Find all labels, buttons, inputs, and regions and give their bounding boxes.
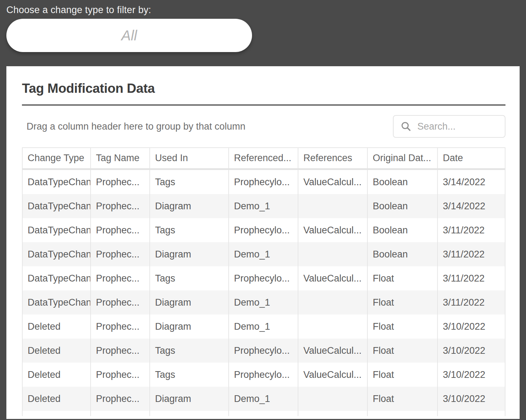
table-cell: Prophec... xyxy=(91,387,150,411)
filter-label: Choose a change type to filter by: xyxy=(6,5,526,16)
table-cell: Boolean xyxy=(368,170,438,194)
table-cell xyxy=(298,314,368,339)
table-cell: 3/14/2022 xyxy=(438,194,505,218)
table-cell xyxy=(22,411,91,416)
search-icon xyxy=(401,121,411,132)
table-cell: 3/11/2022 xyxy=(438,290,505,314)
table-row[interactable]: DeletedProphec...TagsProphecylo...ValueC… xyxy=(22,363,505,387)
column-header[interactable]: Tag Name xyxy=(91,148,150,168)
search-input[interactable]: Search... xyxy=(417,121,456,132)
table-cell: Float xyxy=(368,339,438,363)
table-cell: Diagram xyxy=(150,242,229,266)
table-cell: DataTypeChanged xyxy=(22,242,91,266)
table-cell: DataTypeChanged xyxy=(22,290,91,314)
table-row[interactable]: DataTypeChangedProphec...TagsProphecylo.… xyxy=(22,170,505,194)
table-cell: Demo_1 xyxy=(229,387,298,411)
table-cell: Prophecylo... xyxy=(229,266,298,290)
table-cell xyxy=(298,194,368,218)
table-header-row: Change TypeTag NameUsed InReferenced...R… xyxy=(22,147,505,170)
table-row[interactable]: DataTypeChangedProphec...DiagramDemo_1Fl… xyxy=(22,290,505,314)
table-cell: Diagram xyxy=(150,290,229,314)
table-cell: Prophecylo... xyxy=(229,170,298,194)
table-cell: Prophecylo... xyxy=(229,339,298,363)
table-cell: ValueCalcul... xyxy=(298,339,368,363)
panel-title: Tag Modification Data xyxy=(22,66,505,96)
table-row[interactable]: DataTypeChangedProphec...DiagramDemo_1Bo… xyxy=(22,194,505,218)
table-cell: Prophec... xyxy=(91,242,150,266)
title-divider xyxy=(22,104,505,106)
table-row[interactable]: DeletedProphec...DiagramDemo_1Float3/10/… xyxy=(22,387,505,411)
table-cell: Demo_1 xyxy=(229,242,298,266)
table-cell: ValueCalcul... xyxy=(298,218,368,242)
table-cell: Demo_1 xyxy=(229,290,298,314)
table-cell: DataTypeChanged xyxy=(22,170,91,194)
table-row[interactable]: DataTypeChangedProphec...TagsProphecylo.… xyxy=(22,266,505,290)
table-cell: Prophecylo... xyxy=(229,218,298,242)
table-cell xyxy=(298,242,368,266)
table-cell: Deleted xyxy=(22,339,91,363)
table-row[interactable]: DeletedProphec...TagsProphecylo...ValueC… xyxy=(22,339,505,363)
table-cell xyxy=(150,411,229,416)
tag-modification-panel: Tag Modification Data Drag a column head… xyxy=(6,66,520,419)
table-cell: Diagram xyxy=(150,314,229,339)
table-cell: ValueCalcul... xyxy=(298,170,368,194)
table-cell: Deleted xyxy=(22,314,91,339)
table-cell: Tags xyxy=(150,170,229,194)
table-cell: Prophec... xyxy=(91,363,150,387)
table-cell: Boolean xyxy=(368,218,438,242)
table-cell: ValueCalcul... xyxy=(298,363,368,387)
table-cell: Float xyxy=(368,363,438,387)
table-cell xyxy=(229,411,298,416)
column-header[interactable]: Change Type xyxy=(22,148,91,168)
table-cell: Prophec... xyxy=(91,170,150,194)
table-cell: Prophec... xyxy=(91,218,150,242)
table-cell: Diagram xyxy=(150,387,229,411)
table-cell: ValueCalcul... xyxy=(298,266,368,290)
column-header[interactable]: Referenced... xyxy=(229,148,298,168)
column-header[interactable]: Original Dat... xyxy=(368,148,438,168)
table-cell: Tags xyxy=(150,218,229,242)
table-row[interactable]: DataTypeChangedProphec...TagsProphecylo.… xyxy=(22,218,505,242)
table-cell: 3/11/2022 xyxy=(438,218,505,242)
table-cell: 3/10/2022 xyxy=(438,314,505,339)
column-header[interactable]: Date xyxy=(438,148,505,168)
table-cell: Demo_1 xyxy=(229,314,298,339)
table-cell: 3/11/2022 xyxy=(438,242,505,266)
table-row[interactable]: DeletedProphec...DiagramDemo_1Float3/10/… xyxy=(22,314,505,339)
table-cell: Float xyxy=(368,387,438,411)
table-cell: Diagram xyxy=(150,194,229,218)
table-cell: 3/11/2022 xyxy=(438,266,505,290)
table-cell: Prophec... xyxy=(91,194,150,218)
table-cell: DataTypeChanged xyxy=(22,266,91,290)
table-cell xyxy=(91,411,150,416)
table-cell: Prophecylo... xyxy=(229,363,298,387)
group-by-drop-area[interactable]: Drag a column header here to group by th… xyxy=(22,121,245,132)
table-cell: Float xyxy=(368,266,438,290)
table-cell: Tags xyxy=(150,363,229,387)
table-cell: Prophec... xyxy=(91,266,150,290)
table-cell: Float xyxy=(368,290,438,314)
column-header[interactable]: References xyxy=(298,148,368,168)
column-header[interactable]: Used In xyxy=(150,148,229,168)
search-box[interactable]: Search... xyxy=(393,115,505,138)
table-cell: Float xyxy=(368,314,438,339)
table-cell xyxy=(438,411,505,416)
table-cell: 3/10/2022 xyxy=(438,363,505,387)
change-type-dropdown[interactable] xyxy=(6,19,252,52)
table-cell: DataTypeChanged xyxy=(22,194,91,218)
table-body: DataTypeChangedProphec...TagsProphecylo.… xyxy=(22,170,505,416)
grid-toolbar: Drag a column header here to group by th… xyxy=(22,115,505,138)
table-cell xyxy=(298,387,368,411)
table-row[interactable]: DataTypeChangedProphec...DiagramDemo_1Bo… xyxy=(22,242,505,266)
table-cell: Deleted xyxy=(22,363,91,387)
table-cell: Prophec... xyxy=(91,314,150,339)
table-row-partial[interactable] xyxy=(22,411,505,416)
filter-section: Choose a change type to filter by: xyxy=(0,0,526,52)
table-cell: Tags xyxy=(150,266,229,290)
table-cell: Boolean xyxy=(368,242,438,266)
table-cell xyxy=(298,290,368,314)
table-cell: Prophec... xyxy=(91,290,150,314)
table-cell: 3/10/2022 xyxy=(438,339,505,363)
table-cell: Tags xyxy=(150,339,229,363)
change-type-dropdown-input[interactable] xyxy=(6,19,252,52)
